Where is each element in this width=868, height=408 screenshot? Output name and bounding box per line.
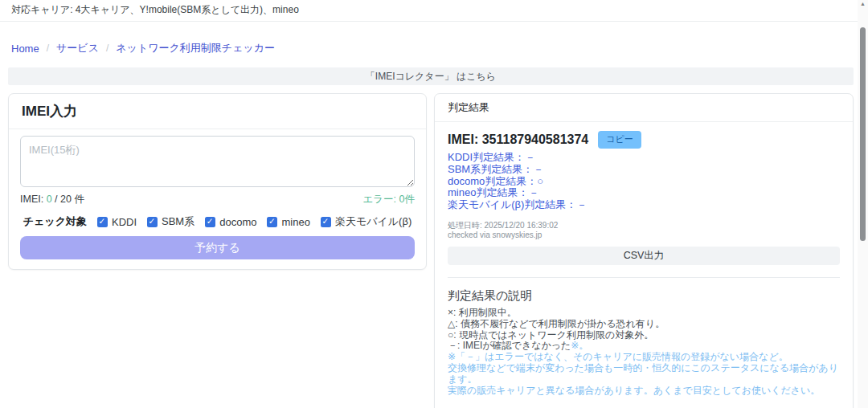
carrier-results: KDDI判定結果：－ SBM系判定結果：－ docomo判定結果：○ mineo… (448, 152, 840, 211)
carrier-label: mineo (281, 216, 309, 228)
copy-button[interactable]: コピー (598, 131, 641, 149)
reserve-button[interactable]: 予約する (20, 236, 415, 259)
divider (448, 277, 840, 278)
imei-count: IMEI: 0 / 20 件 (20, 193, 84, 206)
checkbox-rakuten-icon[interactable] (321, 217, 331, 227)
imei-result-row: IMEI: 351187940581374 コピー (448, 131, 840, 149)
carrier-option-sbm[interactable]: SBM系 (147, 214, 194, 229)
breadcrumb-current-page: ネットワーク利用制限チェッカー (116, 41, 275, 55)
imei-input-card-header: IMEI入力 (9, 94, 426, 129)
breadcrumb: Home / サービス / ネットワーク利用制限チェッカー (11, 41, 868, 55)
judgement-result-card: 判定結果 IMEI: 351187940581374 コピー KDDI判定結果：… (434, 93, 854, 408)
imei-count-value: 0 (47, 194, 52, 205)
result-line-mineo: mineo判定結果：－ (448, 187, 840, 199)
legend-note: 実際の販売キャリアと異なる場合があります。あくまで目安としてお使いください。 (448, 386, 840, 397)
check-target-row: チェック対象 KDDI SBM系 docomo mineo (20, 214, 415, 229)
scrollbar-up-arrow-icon[interactable]: ▲ (858, 1, 868, 6)
carrier-label: 楽天モバイル(β) (335, 214, 411, 229)
carrier-option-mineo[interactable]: mineo (267, 216, 309, 228)
error-count-value: 0件 (399, 194, 415, 205)
checkbox-docomo-icon[interactable] (205, 217, 215, 227)
main-content: IMEI入力 IMEI: 0 / 20 件 エラー: 0件 チェック対象 K (8, 93, 854, 408)
legend-dash-text: －: IMEIが確認できなかった (448, 340, 571, 351)
legend-line-warning: △: 債務不履行などで利用制限が掛かる恐れ有り。 (448, 319, 840, 330)
judgement-result-card-body: IMEI: 351187940581374 コピー KDDI判定結果：－ SBM… (435, 122, 853, 408)
top-divider (0, 21, 868, 22)
imei-collector-banner: 「IMEIコレクター」 はこちら (8, 67, 854, 85)
legend-line-restricted: ×: 利用制限中。 (448, 308, 840, 319)
breadcrumb-separator: / (47, 43, 49, 54)
checkbox-mineo-icon[interactable] (267, 217, 277, 227)
checkbox-sbm-icon[interactable] (147, 217, 158, 227)
error-count: エラー: 0件 (363, 193, 416, 206)
vertical-scrollbar[interactable]: ▲ (858, 0, 868, 408)
imei-input-card: IMEI入力 IMEI: 0 / 20 件 エラー: 0件 チェック対象 K (8, 93, 427, 270)
imei-input-title: IMEI入力 (22, 102, 413, 120)
carrier-option-rakuten[interactable]: 楽天モバイル(β) (321, 214, 411, 229)
imei-collector-link[interactable]: 「IMEIコレクター」 はこちら (366, 70, 496, 84)
carrier-label: docomo (219, 216, 256, 228)
imei-count-suffix: / 20 件 (55, 194, 84, 205)
legend-lines: ×: 利用制限中。 △: 債務不履行などで利用制限が掛かる恐れ有り。 ○: 現時… (448, 308, 840, 352)
imei-count-label: IMEI: (20, 194, 43, 205)
legend-dash-mark: ※。 (571, 340, 588, 351)
carrier-option-kddi[interactable]: KDDI (97, 216, 137, 228)
imei-textarea[interactable] (20, 136, 415, 187)
counts-row: IMEI: 0 / 20 件 エラー: 0件 (20, 193, 415, 206)
error-count-label: エラー: (363, 194, 397, 205)
result-meta: 処理日時: 2025/12/20 16:39:02 checked via sn… (448, 221, 840, 241)
supported-carriers-note: 対応キャリア: 4大キャリア、Y!mobile(SBM系として出力)、mineo (0, 0, 868, 21)
result-line-rakuten: 楽天モバイル(β)判定結果：－ (448, 199, 840, 211)
checkbox-kddi-icon[interactable] (97, 217, 108, 227)
breadcrumb-services-link[interactable]: サービス (56, 41, 99, 55)
legend-title: 判定結果の説明 (448, 288, 840, 304)
legend-line-ok: ○: 現時点ではネットワーク利用制限の対象外。 (448, 330, 840, 341)
legend-notes: ※「－」はエラーではなく、そのキャリアに販売情報の登録がない場合など。 交換修理… (448, 352, 840, 396)
judgement-result-title: 判定結果 (448, 100, 840, 115)
breadcrumb-home-link[interactable]: Home (11, 43, 39, 55)
result-line-docomo: docomo判定結果：○ (448, 176, 840, 188)
judgement-result-card-header: 判定結果 (435, 94, 853, 122)
legend-line-dash: －: IMEIが確認できなかった※。 (448, 341, 840, 352)
check-target-label: チェック対象 (23, 214, 87, 229)
carrier-label: SBM系 (162, 214, 194, 229)
csv-export-button[interactable]: CSV出力 (448, 247, 840, 265)
result-line-kddi: KDDI判定結果：－ (448, 152, 840, 164)
carrier-label: KDDI (112, 216, 137, 228)
carrier-option-docomo[interactable]: docomo (205, 216, 256, 228)
scrollbar-thumb[interactable] (860, 27, 866, 241)
result-line-sbm: SBM系判定結果：－ (448, 164, 840, 176)
processed-at: 処理日時: 2025/12/20 16:39:02 (448, 221, 840, 231)
legend-note: ※「－」はエラーではなく、そのキャリアに販売情報の登録がない場合など。 (448, 352, 840, 363)
checked-via: checked via snowyskies.jp (448, 231, 840, 241)
imei-result-value: IMEI: 351187940581374 (448, 133, 588, 147)
breadcrumb-separator: / (106, 43, 108, 54)
legend-note: 交換修理などで端末が変わった場合も一時的・恒久的にこのステータスになる場合があり… (448, 363, 840, 386)
imei-input-card-body: IMEI: 0 / 20 件 エラー: 0件 チェック対象 KDDI SBM系 (9, 129, 426, 269)
